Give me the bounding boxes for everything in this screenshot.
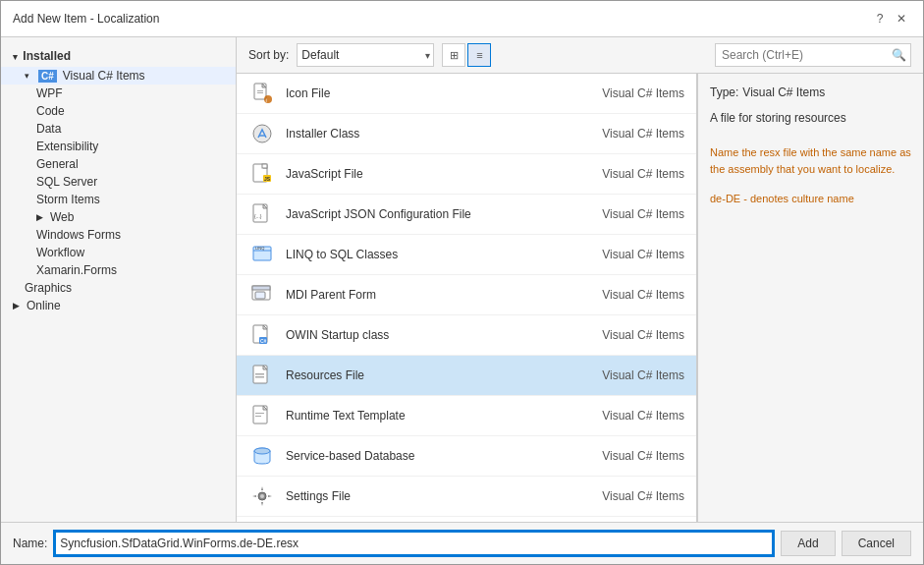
installer-class-icon [248, 120, 276, 147]
arrow-icon: ▾ [25, 71, 34, 81]
javascript-json-icon: {...} [248, 200, 276, 228]
item-category: Visual C# Items [602, 127, 684, 141]
sidebar-item-xamarin[interactable]: Xamarin.Forms [1, 261, 236, 279]
close-button[interactable]: ✕ [892, 9, 911, 28]
sidebar-label-visual-csharp: Visual C# Items [63, 69, 145, 83]
online-arrow-icon: ▶ [13, 301, 23, 311]
item-name: Service-based Database [286, 449, 592, 463]
item-row[interactable]: {...} JavaScript JSON Configuration File… [237, 195, 696, 235]
svg-rect-29 [255, 376, 264, 378]
item-name: Resources File [286, 368, 592, 382]
item-row[interactable]: LINQ LINQ to SQL Classes Visual C# Items [237, 235, 696, 275]
sidebar-label-workflow: Workflow [36, 246, 84, 259]
item-name: JavaScript JSON Configuration File [286, 207, 592, 221]
add-button[interactable]: Add [781, 531, 835, 556]
item-category: Visual C# Items [602, 489, 684, 503]
svg-rect-10 [262, 164, 267, 168]
item-category: Visual C# Items [602, 288, 684, 302]
type-label: Type: [710, 85, 738, 99]
svg-text:JS: JS [264, 176, 271, 182]
item-name: LINQ to SQL Classes [286, 248, 592, 261]
service-database-icon [248, 442, 276, 470]
installed-header: ▾ Installed [1, 45, 236, 67]
item-row[interactable]: Settings File Visual C# Items [237, 477, 696, 517]
svg-text:C#: C# [260, 338, 267, 344]
item-row[interactable]: i Icon File Visual C# Items [237, 74, 696, 114]
item-row[interactable]: MDI Parent Form Visual C# Items [237, 275, 696, 315]
item-row[interactable]: JS JavaScript File Visual C# Items [237, 154, 696, 195]
right-panel: Type: Visual C# Items A file for storing… [697, 74, 923, 522]
search-bar: 🔍 [715, 43, 911, 67]
view-buttons: ⊞ ≡ [442, 43, 491, 67]
item-category: Visual C# Items [602, 368, 684, 382]
sidebar-item-sql-server[interactable]: SQL Server [1, 173, 236, 191]
main-content: Sort by: Default Name Category ⊞ ≡ 🔍 [237, 37, 923, 522]
sidebar-item-visual-csharp[interactable]: ▾ C# Visual C# Items [1, 67, 236, 85]
item-category: Visual C# Items [602, 328, 684, 342]
sidebar-item-data[interactable]: Data [1, 120, 236, 138]
item-category: Visual C# Items [602, 449, 684, 463]
svg-point-35 [254, 448, 270, 454]
sidebar-item-windows-forms[interactable]: Windows Forms [1, 226, 236, 244]
svg-rect-32 [255, 413, 264, 414]
view-list-button[interactable]: ≡ [467, 43, 491, 67]
view-grid-button[interactable]: ⊞ [442, 43, 465, 67]
settings-file-icon [248, 482, 276, 510]
item-row[interactable]: Runtime Text Template Visual C# Items [237, 396, 696, 436]
item-category: Visual C# Items [602, 248, 684, 261]
svg-rect-21 [255, 292, 265, 299]
item-name: OWIN Startup class [286, 328, 592, 342]
type-value: Visual C# Items [742, 85, 825, 99]
search-input[interactable] [715, 43, 911, 67]
toolbar: Sort by: Default Name Category ⊞ ≡ 🔍 [237, 37, 923, 74]
cancel-button[interactable]: Cancel [842, 531, 911, 556]
sidebar-label-xamarin: Xamarin.Forms [36, 263, 117, 277]
sidebar-item-online[interactable]: ▶ Online [1, 297, 236, 314]
sort-select-wrap: Default Name Category [297, 43, 434, 67]
svg-point-6 [253, 125, 271, 142]
title-bar: Add New Item - Localization ? ✕ [1, 1, 923, 37]
item-name: JavaScript File [286, 167, 592, 181]
sidebar-item-graphics[interactable]: Graphics [1, 279, 236, 297]
item-category: Visual C# Items [602, 207, 684, 221]
icon-file-icon: i [248, 80, 276, 107]
resources-file-icon [248, 362, 276, 389]
svg-rect-3 [257, 92, 263, 93]
item-row-selected[interactable]: Resources File Visual C# Items [237, 356, 696, 396]
sidebar-item-wpf[interactable]: WPF [1, 85, 236, 102]
sort-label: Sort by: [248, 48, 289, 62]
sidebar-label-sql-server: SQL Server [36, 175, 97, 189]
item-row[interactable]: Installer Class Visual C# Items [237, 114, 696, 154]
name-label: Name: [13, 537, 47, 550]
sidebar-item-general[interactable]: General [1, 155, 236, 173]
content-area: ▾ Installed ▾ C# Visual C# Items WPF Cod… [1, 37, 923, 522]
web-arrow-icon: ▶ [36, 212, 46, 222]
dialog-title: Add New Item - Localization [13, 12, 159, 26]
sidebar-item-workflow[interactable]: Workflow [1, 244, 236, 261]
sidebar-item-storm-items[interactable]: Storm Items [1, 191, 236, 208]
items-and-panel: i Icon File Visual C# Items [237, 74, 923, 522]
title-bar-left: Add New Item - Localization [13, 12, 159, 26]
action-buttons: Add Cancel [781, 531, 911, 556]
sidebar-item-code[interactable]: Code [1, 102, 236, 120]
item-name: Icon File [286, 86, 592, 100]
sidebar-label-data: Data [36, 122, 61, 136]
javascript-file-icon: JS [248, 160, 276, 188]
sidebar-item-web[interactable]: ▶ Web [1, 208, 236, 226]
bottom-bar: Name: Add Cancel [1, 522, 923, 564]
linq-sql-icon: LINQ [248, 241, 276, 268]
runtime-text-icon [248, 402, 276, 429]
sort-select[interactable]: Default Name Category [297, 43, 434, 67]
item-row[interactable]: Service-based Database Visual C# Items [237, 436, 696, 477]
item-row[interactable]: C# OWIN Startup class Visual C# Items [237, 315, 696, 356]
item-name: Settings File [286, 489, 592, 503]
search-icon: 🔍 [892, 48, 906, 62]
svg-rect-33 [255, 416, 261, 417]
item-category: Visual C# Items [602, 86, 684, 100]
svg-point-37 [260, 494, 264, 498]
name-input[interactable] [55, 532, 773, 555]
help-button[interactable]: ? [870, 9, 890, 28]
item-category: Visual C# Items [602, 167, 684, 181]
sidebar-item-extensibility[interactable]: Extensibility [1, 138, 236, 155]
sidebar-label-general: General [36, 157, 79, 171]
